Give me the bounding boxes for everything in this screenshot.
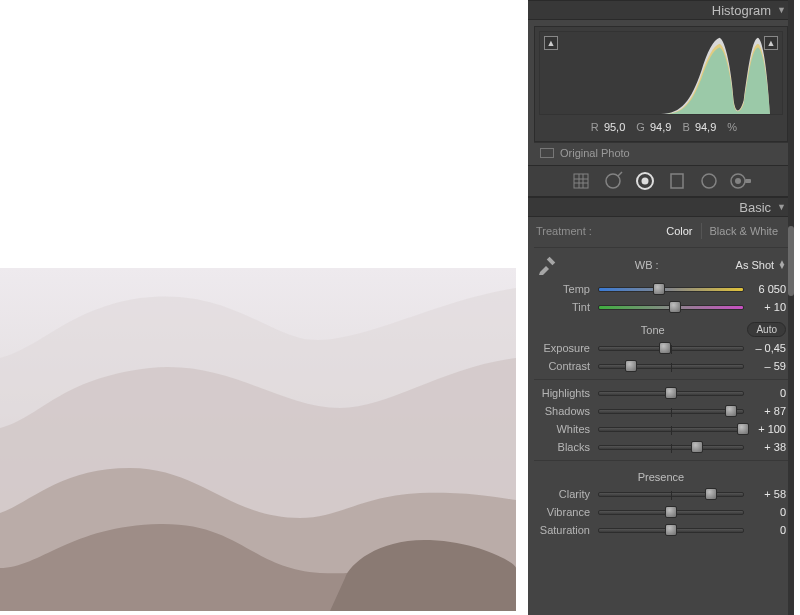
contrast-label: Contrast — [536, 360, 598, 372]
svg-rect-0 — [574, 174, 588, 188]
g-value: 94,9 — [650, 121, 671, 133]
shadows-slider[interactable]: Shadows + 87 — [528, 402, 794, 420]
divider — [534, 379, 788, 380]
panel-scrollbar-track[interactable] — [788, 0, 794, 615]
divider — [534, 247, 788, 248]
whites-value[interactable]: + 100 — [744, 423, 786, 435]
treatment-bw[interactable]: Black & White — [702, 223, 786, 239]
presence-title: Presence — [536, 471, 786, 483]
histogram-plot — [540, 32, 782, 114]
redeye-tool-icon[interactable] — [634, 170, 656, 192]
contrast-value[interactable]: – 59 — [744, 360, 786, 372]
saturation-label: Saturation — [536, 524, 598, 536]
basic-header[interactable]: Basic ▼ — [528, 197, 794, 217]
tone-header: Tone Auto — [528, 316, 794, 339]
tint-slider[interactable]: Tint + 10 — [528, 298, 794, 316]
chevron-down-icon: ▼ — [777, 202, 786, 212]
original-photo-row[interactable]: Original Photo — [534, 142, 788, 163]
svg-point-7 — [642, 178, 649, 185]
shadows-label: Shadows — [536, 405, 598, 417]
histogram-section: ▲ ▲ R 95,0 G 94,9 B 94,9 % Original Phot… — [528, 20, 794, 165]
histogram-header[interactable]: Histogram ▼ — [528, 0, 794, 20]
chevron-down-icon: ▼ — [777, 5, 786, 15]
b-value: 94,9 — [695, 121, 716, 133]
highlight-clipping-toggle[interactable]: ▲ — [764, 36, 778, 50]
svg-rect-8 — [671, 174, 683, 188]
blacks-slider[interactable]: Blacks + 38 — [528, 438, 794, 456]
treatment-label: Treatment : — [536, 225, 592, 237]
presence-header: Presence — [528, 465, 794, 485]
original-photo-icon — [540, 148, 554, 158]
treatment-row: Treatment : Color Black & White — [528, 217, 794, 243]
updown-icon: ▲▼ — [778, 261, 786, 269]
r-label: R — [591, 121, 599, 133]
vibrance-slider[interactable]: Vibrance 0 — [528, 503, 794, 521]
tool-strip — [528, 165, 794, 197]
auto-tone-button[interactable]: Auto — [747, 322, 786, 337]
g-label: G — [636, 121, 645, 133]
tint-value[interactable]: + 10 — [744, 301, 786, 313]
svg-rect-12 — [745, 179, 751, 183]
wb-label: WB : — [564, 259, 730, 271]
highlights-slider[interactable]: Highlights 0 — [528, 384, 794, 402]
spot-removal-icon[interactable] — [602, 170, 624, 192]
shadows-value[interactable]: + 87 — [744, 405, 786, 417]
vibrance-label: Vibrance — [536, 506, 598, 518]
svg-point-9 — [702, 174, 716, 188]
blacks-label: Blacks — [536, 441, 598, 453]
tone-title: Tone — [558, 324, 747, 336]
clarity-value[interactable]: + 58 — [744, 488, 786, 500]
clarity-slider[interactable]: Clarity + 58 — [528, 485, 794, 503]
temp-label: Temp — [536, 283, 598, 295]
original-photo-label: Original Photo — [560, 147, 630, 159]
histogram-canvas[interactable]: ▲ ▲ — [539, 31, 783, 115]
wb-preset-select[interactable]: As Shot ▲▼ — [736, 259, 786, 271]
saturation-value[interactable]: 0 — [744, 524, 786, 536]
svg-point-5 — [606, 174, 620, 188]
exposure-value[interactable]: – 0,45 — [744, 342, 786, 354]
wb-preset-value: As Shot — [736, 259, 775, 271]
b-label: B — [682, 121, 689, 133]
svg-point-11 — [735, 178, 741, 184]
blacks-value[interactable]: + 38 — [744, 441, 786, 453]
clarity-label: Clarity — [536, 488, 598, 500]
radial-filter-icon[interactable] — [698, 170, 720, 192]
rgb-readout: R 95,0 G 94,9 B 94,9 % — [539, 115, 783, 137]
whites-slider[interactable]: Whites + 100 — [528, 420, 794, 438]
highlights-label: Highlights — [536, 387, 598, 399]
vibrance-value[interactable]: 0 — [744, 506, 786, 518]
r-value: 95,0 — [604, 121, 625, 133]
develop-panel: Histogram ▼ ▲ ▲ R 95,0 G 94,9 B 94,9 — [528, 0, 794, 615]
svg-rect-13 — [547, 257, 555, 265]
temp-value[interactable]: 6 050 — [744, 283, 786, 295]
exposure-slider[interactable]: Exposure – 0,45 — [528, 339, 794, 357]
histogram-frame: ▲ ▲ R 95,0 G 94,9 B 94,9 % — [534, 26, 788, 142]
exposure-label: Exposure — [536, 342, 598, 354]
contrast-slider[interactable]: Contrast – 59 — [528, 357, 794, 375]
preview-mountains — [0, 268, 516, 611]
graduated-filter-icon[interactable] — [666, 170, 688, 192]
adjustment-brush-icon[interactable] — [730, 170, 752, 192]
highlights-value[interactable]: 0 — [744, 387, 786, 399]
crop-tool-icon[interactable] — [570, 170, 592, 192]
treatment-color[interactable]: Color — [658, 223, 700, 239]
whites-label: Whites — [536, 423, 598, 435]
histogram-title: Histogram — [712, 3, 771, 18]
pct-unit: % — [727, 121, 737, 133]
divider — [534, 460, 788, 461]
saturation-slider[interactable]: Saturation 0 — [528, 521, 794, 539]
shadow-clipping-toggle[interactable]: ▲ — [544, 36, 558, 50]
panel-scrollbar-thumb[interactable] — [788, 226, 794, 296]
image-preview — [0, 268, 516, 611]
basic-title: Basic — [739, 200, 771, 215]
white-balance-row: WB : As Shot ▲▼ — [528, 252, 794, 280]
temp-slider[interactable]: Temp 6 050 — [528, 280, 794, 298]
eyedropper-icon[interactable] — [536, 254, 558, 276]
tint-label: Tint — [536, 301, 598, 313]
